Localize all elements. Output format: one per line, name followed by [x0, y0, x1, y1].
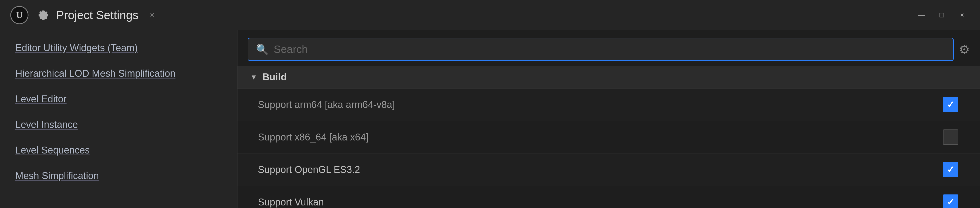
table-row: Support OpenGL ES3.2	[237, 154, 980, 186]
checkbox-checked-icon	[943, 97, 958, 112]
title-bar-left: U Project Settings ×	[10, 6, 913, 24]
sidebar-item-mesh-simplification[interactable]: Mesh Simplification	[0, 163, 237, 189]
sidebar-item-editor-utility-widgets[interactable]: Editor Utility Widgets (Team)	[0, 35, 237, 61]
checkbox-x86[interactable]	[942, 128, 959, 146]
table-row: Support arm64 [aka arm64-v8a]	[237, 88, 980, 121]
sidebar-item-level-sequences[interactable]: Level Sequences	[0, 138, 237, 163]
build-section-label: Build	[262, 72, 287, 83]
window-title: Project Settings	[56, 8, 138, 22]
main-panel: 🔍 ⚙ ▼ Build Support arm64 [aka arm64-v8a…	[237, 30, 980, 208]
sidebar-item-level-instance[interactable]: Level Instance	[0, 112, 237, 138]
ue-logo-icon: U	[10, 6, 29, 24]
checkbox-unchecked-icon	[943, 130, 958, 145]
checkbox-arm64[interactable]	[942, 96, 959, 114]
content-area: Editor Utility Widgets (Team) Hierarchic…	[0, 30, 980, 208]
checkbox-checked-icon	[943, 162, 958, 177]
build-section-header[interactable]: ▼ Build	[237, 66, 980, 88]
maximize-button[interactable]: □	[934, 7, 949, 23]
section-collapse-arrow-icon: ▼	[250, 73, 258, 82]
title-bar: U Project Settings × — □ ×	[0, 0, 980, 30]
close-window-button[interactable]: ×	[955, 7, 970, 23]
title-bar-controls: — □ ×	[913, 7, 970, 23]
svg-text:U: U	[16, 10, 23, 20]
setting-label: Support Vulkan	[258, 197, 942, 208]
search-icon: 🔍	[256, 43, 269, 56]
checkbox-checked-icon	[943, 194, 958, 208]
table-row: Support x86_64 [aka x64]	[237, 121, 980, 154]
search-input[interactable]	[274, 43, 945, 56]
minimize-button[interactable]: —	[913, 7, 929, 23]
project-settings-window: U Project Settings × — □ × Editor Utilit…	[0, 0, 980, 208]
sidebar-item-level-editor[interactable]: Level Editor	[0, 86, 237, 112]
sidebar-item-hierarchical-lod[interactable]: Hierarchical LOD Mesh Simplification	[0, 61, 237, 86]
setting-label: Support x86_64 [aka x64]	[258, 132, 942, 143]
sidebar: Editor Utility Widgets (Team) Hierarchic…	[0, 30, 237, 208]
search-container: 🔍	[248, 38, 954, 61]
setting-label: Support arm64 [aka arm64-v8a]	[258, 99, 942, 110]
search-settings-gear-icon[interactable]: ⚙	[959, 42, 970, 56]
table-row: Support Vulkan	[237, 186, 980, 208]
search-bar-row: 🔍 ⚙	[237, 30, 980, 66]
checkbox-vulkan[interactable]	[942, 193, 959, 208]
settings-gear-icon	[35, 7, 50, 23]
setting-label: Support OpenGL ES3.2	[258, 164, 942, 175]
close-tab-button[interactable]: ×	[145, 7, 160, 23]
checkbox-opengl[interactable]	[942, 161, 959, 179]
settings-content: ▼ Build Support arm64 [aka arm64-v8a] Su…	[237, 66, 980, 208]
